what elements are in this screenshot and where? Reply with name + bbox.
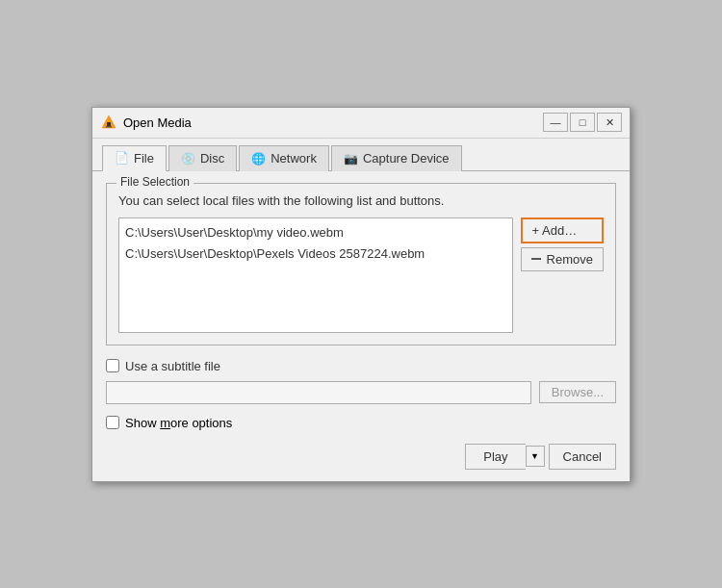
tab-file-label: File	[134, 151, 154, 166]
vlc-icon	[100, 114, 117, 131]
tab-network[interactable]: 🌐 Network	[239, 145, 329, 171]
tab-capture-label: Capture Device	[363, 151, 450, 166]
show-more-text: Show more options	[125, 416, 232, 430]
add-button[interactable]: + Add…	[521, 217, 604, 243]
file-list-item: C:\Users\User\Desktop\my video.webm	[125, 222, 506, 244]
open-media-dialog: Open Media — □ ✕ 📄 File 💿 Disc 🌐 Network…	[91, 107, 631, 482]
browse-button[interactable]: Browse...	[539, 381, 616, 403]
tab-disc-label: Disc	[200, 151, 224, 166]
play-dropdown-button[interactable]: ▼	[526, 446, 545, 467]
tab-file[interactable]: 📄 File	[102, 145, 167, 171]
show-more-row: Show more options	[106, 416, 616, 430]
file-action-buttons: + Add… Remove	[521, 217, 604, 271]
close-button[interactable]: ✕	[597, 113, 622, 132]
file-selection-group: File Selection You can select local file…	[106, 183, 616, 345]
tab-disc[interactable]: 💿 Disc	[168, 145, 237, 171]
remove-button-label: Remove	[547, 252, 593, 267]
window-controls: — □ ✕	[543, 113, 622, 132]
maximize-button[interactable]: □	[570, 113, 595, 132]
subtitle-section: Use a subtitle file Browse...	[106, 359, 616, 404]
subtitle-label-text: Use a subtitle file	[125, 359, 220, 373]
tab-bar: 📄 File 💿 Disc 🌐 Network 📷 Capture Device	[92, 139, 630, 171]
subtitle-input[interactable]	[106, 381, 531, 404]
file-list[interactable]: C:\Users\User\Desktop\my video.webm C:\U…	[118, 217, 513, 333]
tab-content: File Selection You can select local file…	[92, 171, 630, 416]
group-box-label: File Selection	[116, 175, 193, 189]
cancel-button[interactable]: Cancel	[549, 444, 616, 470]
footer-buttons: Play ▼ Cancel	[106, 444, 616, 470]
subtitle-checkbox-label[interactable]: Use a subtitle file	[106, 359, 220, 373]
minimize-button[interactable]: —	[543, 113, 568, 132]
disc-tab-icon: 💿	[181, 152, 195, 166]
title-bar: Open Media — □ ✕	[92, 108, 630, 139]
subtitle-checkbox[interactable]	[106, 359, 119, 372]
play-group: Play ▼	[465, 444, 544, 470]
window-title: Open Media	[123, 115, 543, 130]
play-button[interactable]: Play	[465, 444, 525, 470]
show-more-label[interactable]: Show more options	[125, 416, 232, 430]
subtitle-input-row: Browse...	[106, 381, 616, 404]
group-description: You can select local files with the foll…	[118, 193, 604, 208]
show-more-checkbox[interactable]	[106, 416, 119, 429]
minus-icon	[531, 258, 541, 260]
file-tab-icon: 📄	[115, 151, 129, 165]
bottom-area: Show more options Play ▼ Cancel	[92, 416, 630, 481]
file-selection-row: C:\Users\User\Desktop\my video.webm C:\U…	[118, 217, 604, 333]
file-list-item: C:\Users\User\Desktop\Pexels Videos 2587…	[125, 243, 506, 266]
tab-capture[interactable]: 📷 Capture Device	[331, 145, 462, 171]
network-tab-icon: 🌐	[251, 152, 266, 166]
subtitle-checkbox-row: Use a subtitle file	[106, 359, 616, 373]
svg-rect-2	[106, 126, 112, 128]
capture-tab-icon: 📷	[344, 152, 358, 166]
tab-network-label: Network	[271, 151, 317, 166]
remove-button[interactable]: Remove	[521, 247, 604, 271]
